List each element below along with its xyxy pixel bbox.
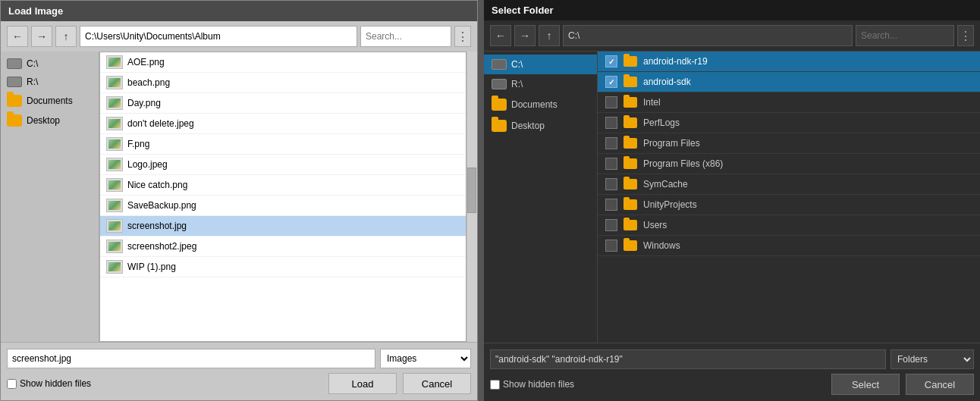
checkbox-unchecked[interactable] xyxy=(605,117,617,129)
right-file-item[interactable]: SymCache xyxy=(598,174,980,195)
right-sidebar-item-desktop[interactable]: Desktop xyxy=(484,115,597,136)
file-name: F.png xyxy=(127,139,149,149)
right-file-item[interactable]: Windows xyxy=(598,236,980,256)
checkbox-unchecked[interactable] xyxy=(605,240,617,252)
left-sidebar: C:\ R:\ Documents Desktop xyxy=(1,52,99,342)
up-button[interactable]: ↑ xyxy=(55,26,77,47)
folder-icon xyxy=(623,56,637,67)
right-file-item[interactable]: Program Files (x86) xyxy=(598,154,980,174)
file-item-selected[interactable]: screenshot.jpg xyxy=(100,216,466,237)
sidebar-item-desktop[interactable]: Desktop xyxy=(1,111,99,130)
right-show-hidden-checkbox[interactable] xyxy=(490,380,500,390)
right-file-panel: C:\ R:\ Documents Desktop android-ndk-r1… xyxy=(484,52,980,343)
right-file-item[interactable]: UnityProjects xyxy=(598,195,980,215)
file-thumbnail xyxy=(106,260,123,274)
folder-icon xyxy=(492,120,507,132)
sidebar-item-label: Desktop xyxy=(27,115,60,126)
drive-icon xyxy=(7,77,22,87)
file-item[interactable]: Day.png xyxy=(100,93,466,114)
show-hidden-checkbox[interactable] xyxy=(7,379,17,389)
right-file-item[interactable]: android-ndk-r19 xyxy=(598,52,980,72)
checkbox-unchecked[interactable] xyxy=(605,219,617,231)
load-image-dialog: Load Image ← → ↑ ⋮ C:\ R:\ Documents De xyxy=(0,0,478,401)
load-button[interactable]: Load xyxy=(328,373,397,394)
left-bottom-bar: Images All Files Show hidden files Load … xyxy=(1,342,477,400)
checkbox-checked[interactable] xyxy=(605,76,617,88)
scrollbar[interactable] xyxy=(466,52,477,342)
folder-icon xyxy=(623,179,637,190)
file-thumbnail xyxy=(106,240,123,253)
right-file-item[interactable]: Users xyxy=(598,215,980,236)
right-search-input[interactable] xyxy=(856,25,954,46)
file-name: Day.png xyxy=(127,98,161,108)
file-thumbnail xyxy=(106,76,123,89)
right-cancel-button[interactable]: Cancel xyxy=(906,374,974,395)
back-button[interactable]: ← xyxy=(7,26,28,47)
right-bottom-bar: "android-sdk" "android-ndk-r19" Folders … xyxy=(484,343,980,401)
right-file-item[interactable]: Intel xyxy=(598,92,980,113)
right-sidebar-item-c-drive[interactable]: C:\ xyxy=(484,55,597,74)
file-item[interactable]: F.png xyxy=(100,134,466,155)
sidebar-item-r-drive[interactable]: R:\ xyxy=(1,73,99,91)
left-dialog-title: Load Image xyxy=(1,1,477,21)
select-button[interactable]: Select xyxy=(831,374,900,395)
forward-button[interactable]: → xyxy=(31,26,52,47)
right-sidebar-item-documents[interactable]: Documents xyxy=(484,94,597,115)
show-hidden-text: Show hidden files xyxy=(20,378,91,389)
file-name: beach.png xyxy=(127,77,170,88)
file-name: Nice catch.png xyxy=(127,180,187,190)
right-file-item[interactable]: android-sdk xyxy=(598,72,980,92)
file-item[interactable]: screenshot2.jpeg xyxy=(100,237,466,257)
file-item[interactable]: Logo.jpeg xyxy=(100,155,466,175)
folder-icon xyxy=(492,99,507,111)
right-forward-button[interactable]: → xyxy=(514,25,536,46)
selected-folders-display: "android-sdk" "android-ndk-r19" xyxy=(490,349,886,369)
folder-icon xyxy=(623,158,637,169)
checkbox-unchecked[interactable] xyxy=(605,96,617,108)
scrollbar-thumb[interactable] xyxy=(467,168,476,213)
filename-input[interactable] xyxy=(7,349,375,368)
folder-name: PerfLogs xyxy=(643,117,680,128)
file-item[interactable]: WIP (1).png xyxy=(100,257,466,277)
file-list: AOE.png beach.png Day.png don't delete.j… xyxy=(99,52,466,342)
right-menu-button[interactable]: ⋮ xyxy=(957,25,974,46)
checkbox-unchecked[interactable] xyxy=(605,158,617,170)
right-sidebar: C:\ R:\ Documents Desktop xyxy=(484,52,598,343)
file-item[interactable]: AOE.png xyxy=(100,52,466,73)
right-actions-row: Show hidden files Select Cancel xyxy=(490,374,974,395)
right-show-hidden-label[interactable]: Show hidden files xyxy=(490,379,574,390)
filetype-select[interactable]: Images All Files xyxy=(380,349,471,368)
checkbox-unchecked[interactable] xyxy=(605,137,617,149)
right-back-button[interactable]: ← xyxy=(490,25,511,46)
file-item[interactable]: SaveBackup.png xyxy=(100,196,466,216)
right-file-item[interactable]: PerfLogs xyxy=(598,113,980,133)
file-name: SaveBackup.png xyxy=(127,200,196,211)
checkbox-checked[interactable] xyxy=(605,55,617,67)
sidebar-item-documents[interactable]: Documents xyxy=(1,91,99,111)
right-file-item[interactable]: Program Files xyxy=(598,133,980,154)
menu-button[interactable]: ⋮ xyxy=(454,26,471,47)
file-item[interactable]: beach.png xyxy=(100,73,466,93)
checkbox-unchecked[interactable] xyxy=(605,178,617,190)
sidebar-item-c-drive[interactable]: C:\ xyxy=(1,55,99,73)
checkbox-unchecked[interactable] xyxy=(605,199,617,211)
folder-icon xyxy=(623,138,637,149)
file-panel: C:\ R:\ Documents Desktop AOE.png xyxy=(1,52,477,342)
actions-row: Show hidden files Load Cancel xyxy=(7,373,471,394)
right-file-list: android-ndk-r19 android-sdk Intel PerfLo… xyxy=(598,52,980,343)
right-path-input[interactable] xyxy=(563,25,853,46)
folder-icon xyxy=(623,117,637,128)
right-sidebar-item-r-drive[interactable]: R:\ xyxy=(484,74,597,94)
right-dialog-title: Select Folder xyxy=(484,0,980,20)
search-input[interactable] xyxy=(360,26,451,47)
right-filetype-select[interactable]: Folders All Files xyxy=(890,349,974,369)
sidebar-item-label: Desktop xyxy=(511,121,545,131)
file-item[interactable]: Nice catch.png xyxy=(100,175,466,196)
right-up-button[interactable]: ↑ xyxy=(539,25,560,46)
show-hidden-label[interactable]: Show hidden files xyxy=(7,378,91,389)
left-toolbar: ← → ↑ ⋮ xyxy=(1,21,477,52)
file-name: screenshot2.jpeg xyxy=(127,241,196,252)
path-input[interactable] xyxy=(80,26,357,47)
cancel-button[interactable]: Cancel xyxy=(403,373,471,394)
file-item[interactable]: don't delete.jpeg xyxy=(100,114,466,134)
